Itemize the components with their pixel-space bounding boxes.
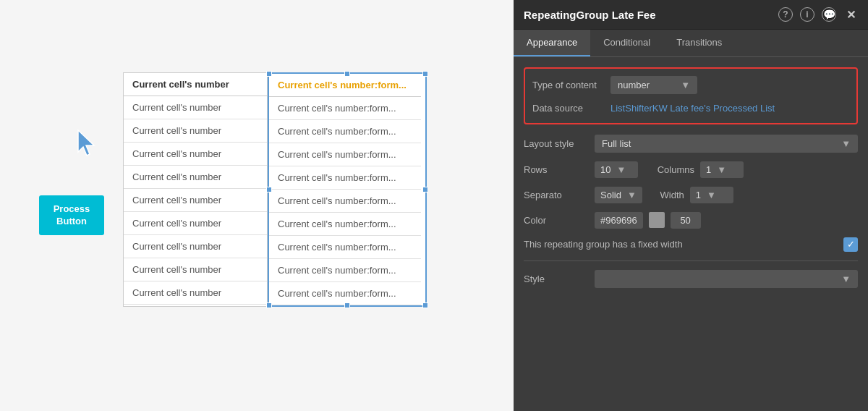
tables-container: Current cell's number Current cell's num… <box>123 72 427 307</box>
data-source-row: Data source ListShifterKW Late fee's Pro… <box>532 101 849 116</box>
close-icon[interactable]: ✕ <box>843 7 858 22</box>
color-hex-value[interactable]: #969696 <box>595 212 643 229</box>
resize-handle-bm[interactable] <box>344 302 350 308</box>
divider <box>524 260 858 261</box>
layout-style-dropdown[interactable]: Full list ▼ <box>595 135 858 153</box>
rows-dropdown[interactable]: 10 ▼ <box>595 161 638 178</box>
data-source-label: Data source <box>532 103 605 114</box>
table-row: Current cell's number:form... <box>269 143 421 166</box>
fixed-width-checkbox[interactable]: ✓ <box>843 237 858 252</box>
separator-dropdown[interactable]: Solid ▼ <box>595 187 642 203</box>
columns-value: 1 <box>706 164 711 175</box>
width-label: Width <box>648 190 684 200</box>
right-table-header: Current cell's number:form... <box>269 74 421 97</box>
canvas-area: Process Button Current cell's number Cur… <box>0 0 514 411</box>
table-row: Current cell's number:form... <box>269 97 421 120</box>
layout-style-value: Full list <box>602 138 631 149</box>
table-row: Current cell's number <box>124 143 267 166</box>
table-row: Current cell's number <box>124 212 267 235</box>
resize-handle-rm[interactable] <box>422 187 428 192</box>
width-dropdown[interactable]: 1 ▼ <box>690 187 733 203</box>
resize-handle-tl[interactable] <box>266 71 272 77</box>
panel-header: RepeatingGroup Late Fee ? i 💬 ✕ <box>514 0 868 30</box>
type-of-content-dropdown[interactable]: number ▼ <box>610 76 697 94</box>
left-table-header: Current cell's number <box>124 73 267 96</box>
rows-arrow-icon: ▼ <box>616 164 626 175</box>
color-label: Color <box>524 215 589 226</box>
cursor-icon <box>72 127 101 156</box>
width-arrow-icon: ▼ <box>707 190 716 200</box>
help-icon[interactable]: ? <box>778 7 793 22</box>
style-arrow-icon: ▼ <box>841 274 851 284</box>
rows-value: 10 <box>600 164 610 175</box>
data-source-value[interactable]: ListShifterKW Late fee's Processed List <box>610 101 775 116</box>
table-row: Current cell's number:form... <box>269 259 421 282</box>
highlight-section: Type of content number ▼ Data source Lis… <box>524 67 858 124</box>
type-of-content-value: number <box>618 80 650 90</box>
table-row: Current cell's number:form... <box>269 190 421 213</box>
fixed-width-label: This repeating group has a fixed width <box>524 239 836 250</box>
style-label: Style <box>524 274 589 284</box>
panel-content: Type of content number ▼ Data source Lis… <box>514 57 868 411</box>
tab-conditional[interactable]: Conditional <box>590 30 663 56</box>
table-row: Current cell's number <box>124 119 267 143</box>
columns-label: Columns <box>644 164 694 175</box>
table-row: Current cell's number <box>124 166 267 189</box>
panel-title: RepeatingGroup Late Fee <box>524 9 656 21</box>
table-row: Current cell's number <box>124 189 267 212</box>
separator-arrow-icon: ▼ <box>627 190 637 200</box>
process-button-label: Process Button <box>54 203 90 228</box>
resize-handle-br[interactable] <box>422 302 428 308</box>
layout-style-row: Layout style Full list ▼ <box>524 135 858 153</box>
color-opacity-value[interactable]: 50 <box>671 212 701 229</box>
rows-columns-row: Rows 10 ▼ Columns 1 ▼ <box>524 161 858 178</box>
left-table: Current cell's number Current cell's num… <box>123 72 268 307</box>
process-button[interactable]: Process Button <box>39 195 104 235</box>
table-row: Current cell's number:form... <box>269 166 421 190</box>
width-value: 1 <box>696 190 701 200</box>
table-row: Current cell's number:form... <box>269 213 421 236</box>
right-panel: RepeatingGroup Late Fee ? i 💬 ✕ Appearan… <box>514 0 868 411</box>
color-swatch[interactable] <box>649 212 665 228</box>
columns-arrow-icon: ▼ <box>717 164 726 175</box>
table-row: Current cell's number:form... <box>269 236 421 259</box>
separator-value: Solid <box>600 190 621 200</box>
dropdown-arrow-icon: ▼ <box>681 80 690 90</box>
columns-dropdown[interactable]: 1 ▼ <box>700 161 744 178</box>
rows-label: Rows <box>524 164 589 175</box>
table-row: Current cell's number:form... <box>269 120 421 143</box>
style-row: Style ▼ <box>524 270 858 288</box>
table-row: Current cell's number <box>124 235 267 258</box>
panel-icons: ? i 💬 ✕ <box>778 7 858 22</box>
type-of-content-label: Type of content <box>532 80 605 90</box>
color-row: Color #969696 50 <box>524 212 858 229</box>
fixed-width-row: This repeating group has a fixed width ✓ <box>524 237 858 252</box>
table-row: Current cell's number <box>124 258 267 281</box>
layout-style-arrow-icon: ▼ <box>841 138 851 149</box>
comment-icon[interactable]: 💬 <box>822 7 836 22</box>
info-icon[interactable]: i <box>800 7 814 22</box>
right-table[interactable]: Current cell's number:form... Current ce… <box>268 72 427 307</box>
panel-tabs: Appearance Conditional Transitions <box>514 30 868 57</box>
tab-appearance[interactable]: Appearance <box>514 30 590 56</box>
resize-handle-bl[interactable] <box>266 302 272 308</box>
resize-handle-tr[interactable] <box>422 71 428 77</box>
table-row: Current cell's number <box>124 281 267 305</box>
type-of-content-row: Type of content number ▼ <box>532 76 849 94</box>
resize-handle-tm[interactable] <box>344 71 350 77</box>
table-row: Current cell's number <box>124 96 267 119</box>
tab-transitions[interactable]: Transitions <box>663 30 735 56</box>
resize-handle-lm[interactable] <box>266 187 272 192</box>
layout-style-label: Layout style <box>524 138 589 149</box>
separator-label: Separato <box>524 190 589 200</box>
style-dropdown[interactable]: ▼ <box>595 270 858 288</box>
separator-width-row: Separato Solid ▼ Width 1 ▼ <box>524 187 858 203</box>
